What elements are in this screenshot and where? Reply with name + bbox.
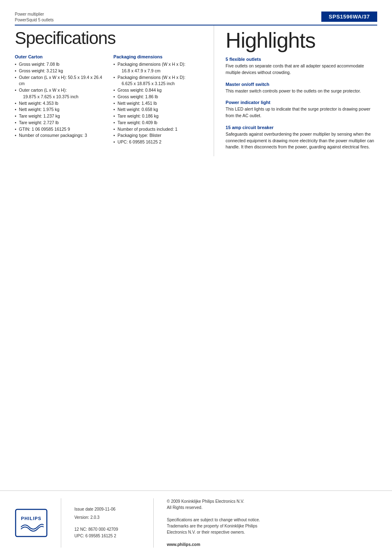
highlights-title: Highlights [226,30,377,51]
list-item: Gross weight: 0.844 kg [113,87,204,94]
svg-rect-0 [16,509,47,536]
list-item: Gross weight: 1.86 lb [113,94,204,100]
version: Version: 2.0.3 [74,515,140,520]
top-bar: Power multiplier PowerSquid 5 outlets SP… [15,12,377,23]
footer-divider [61,498,61,548]
packaging-dimensions-title: Packaging dimensions [113,54,204,59]
list-item: Tare weight: 1.237 kg [15,113,105,120]
highlight-title-1: 5 flexible outlets [226,57,377,62]
list-item: Packaging dimensions (W x H x D): [113,61,204,68]
product-name: PowerSquid 5 outlets [15,17,54,23]
philips-logo: PHILIPS [15,509,48,537]
product-line: Power multiplier [15,12,54,17]
footer-codes: 12 NC: 8670 000 42709UPC: 6 09585 16125 … [74,526,140,539]
highlight-item-3: Power indicator light This LED alert lig… [226,100,377,119]
highlight-text-4: Safeguards against overburdening the pow… [226,131,377,150]
list-item: Tare weight: 2.727 lb [15,120,105,126]
list-item: UPC: 6 09585 16125 2 [113,139,204,146]
svg-text:PHILIPS: PHILIPS [21,516,42,521]
footer-copyright: © 2009 Koninklijke Philips Electronics N… [167,498,377,511]
main-columns: Specifications Outer Carton Gross weight… [15,25,377,156]
list-item: 16.8 x 47.9 x 7.9 cm [113,68,204,74]
highlight-text-2: This master switch controls power to the… [226,88,377,95]
list-item: 19.875 x 7.625 x 10.375 inch [15,94,105,100]
footer-website: www.philips.com [167,541,377,548]
list-item: Gross weight: 3.212 kg [15,68,105,74]
list-item: GTIN: 1 06 09585 16125 9 [15,126,105,133]
highlights-column: Highlights 5 flexible outlets Five outle… [214,25,377,156]
product-info: Power multiplier PowerSquid 5 outlets [15,12,54,23]
highlight-title-3: Power indicator light [226,100,377,105]
outer-carton-title: Outer Carton [15,54,105,59]
list-item: Nett weight: 1.975 kg [15,106,105,113]
packaging-dimensions-section: Packaging dimensions Packaging dimension… [113,54,204,146]
list-item: Packaging type: Blister [113,132,204,139]
list-item: Nett weight: 0.658 kg [113,106,204,113]
footer-divider-2 [153,498,154,548]
model-badge: SPS1596WA/37 [321,12,377,22]
list-item: Tare weight: 0.186 kg [113,113,204,120]
highlight-title-4: 15 amp circuit breaker [226,125,377,130]
list-item: Gross weight: 7.08 lb [15,61,105,68]
list-item: Packaging dimensions (W x H x D): [113,74,204,81]
footer: PHILIPS Issue date 2009-11-06 Version: 2… [0,490,392,555]
issue-date: Issue date 2009-11-06 [74,506,140,512]
list-item: Nett weight: 4.353 lb [15,100,105,107]
footer-meta: Issue date 2009-11-06 Version: 2.0.3 12 … [74,506,140,539]
highlight-title-2: Master on/off switch [226,82,377,87]
list-item: Tare weight: 0.409 lb [113,120,204,126]
highlight-item-4: 15 amp circuit breaker Safeguards agains… [226,125,377,150]
highlight-item-2: Master on/off switch This master switch … [226,82,377,95]
highlight-text-3: This LED alert lights up to indicate tha… [226,106,377,119]
highlight-item-1: 5 flexible outlets Five outlets on separ… [226,57,377,76]
outer-carton-list: Gross weight: 7.08 lb Gross weight: 3.21… [15,61,105,139]
list-item: Number of products included: 1 [113,126,204,133]
packaging-dimensions-list: Packaging dimensions (W x H x D): 16.8 x… [113,61,204,146]
list-item: Nett weight: 1.451 lb [113,100,204,107]
highlight-text-1: Five outlets on separate cords that are … [226,63,377,76]
footer-disclaimer: Specifications are subject to change wit… [167,517,377,535]
specifications-column: Specifications Outer Carton Gross weight… [15,25,214,156]
list-item: Outer carton (L x W x H): 50.5 x 19.4 x … [15,74,105,88]
list-item: Outer carton (L x W x H): [15,87,105,94]
list-item: 6.625 x 18.875 x 3.125 inch [113,81,204,87]
list-item: Number of consumer packagings: 3 [15,132,105,139]
specifications-title: Specifications [15,30,204,47]
footer-legal: © 2009 Koninklijke Philips Electronics N… [167,498,377,548]
spec-row: Outer Carton Gross weight: 7.08 lb Gross… [15,54,204,146]
outer-carton-section: Outer Carton Gross weight: 7.08 lb Gross… [15,54,105,146]
